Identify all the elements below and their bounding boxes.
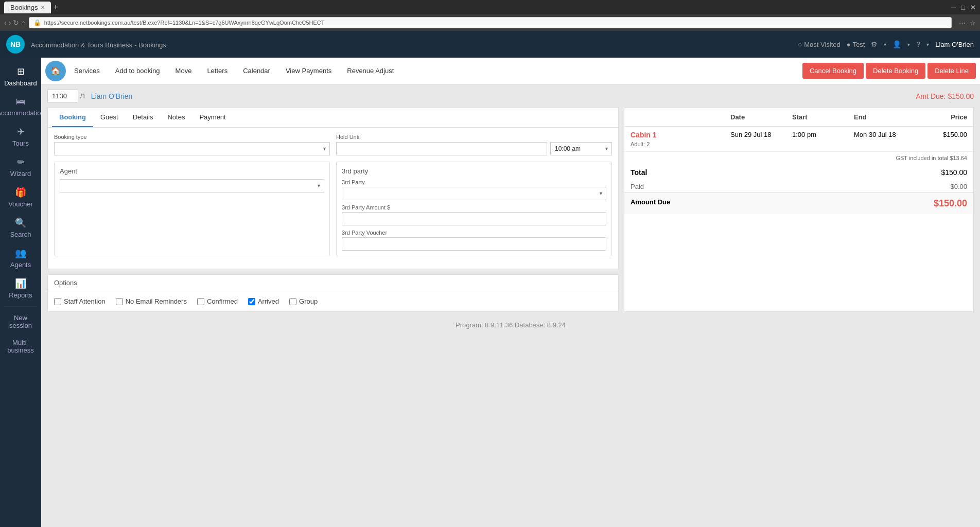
paid-label: Paid — [631, 183, 644, 190]
sidebar-item-search[interactable]: 🔍 Search — [0, 213, 41, 242]
arrived-checkbox[interactable] — [248, 298, 255, 305]
sidebar-divider — [4, 306, 37, 307]
hold-until-row: 10:00 am — [336, 142, 612, 155]
maximize-icon[interactable]: □ — [961, 4, 965, 11]
delete-line-button[interactable]: Delete Line — [927, 63, 976, 79]
menu-icon[interactable]: ⋯ — [959, 19, 966, 27]
sidebar-item-voucher[interactable]: 🎁 Voucher — [0, 183, 41, 212]
tab-details[interactable]: Details — [126, 108, 161, 127]
add-to-booking-button[interactable]: Add to booking — [108, 61, 167, 81]
services-button[interactable]: Services — [67, 61, 107, 81]
tab-label: Bookings — [10, 4, 38, 11]
gst-info: GST included in total $13.64 — [624, 152, 973, 164]
sidebar-item-agents[interactable]: 👥 Agents — [0, 243, 41, 273]
test-label: Test — [853, 41, 865, 48]
forward-button[interactable]: › — [9, 19, 11, 27]
app-logo[interactable]: NB — [6, 35, 25, 54]
accommodation-icon: 🛏 — [16, 96, 25, 107]
group-checkbox[interactable] — [289, 298, 296, 305]
no-email-reminders-checkbox[interactable] — [116, 298, 123, 305]
option-arrived: Arrived — [248, 297, 279, 305]
third-party-amount-input[interactable] — [342, 212, 606, 225]
summary-col-price: Price — [916, 113, 967, 121]
sidebar-item-reports[interactable]: 📊 Reports — [0, 274, 41, 303]
close-icon[interactable]: ✕ — [970, 4, 976, 11]
hold-until-date-input[interactable] — [336, 142, 547, 155]
new-tab-button[interactable]: + — [53, 3, 58, 12]
booking-header: 1130 /1 Liam O'Brien Amt Due: $150.00 — [47, 90, 974, 102]
back-button[interactable]: ‹ — [4, 19, 7, 27]
confirmed-checkbox[interactable] — [197, 298, 204, 305]
most-visited[interactable]: ○ Most Visited — [798, 41, 840, 48]
third-party-voucher-input[interactable] — [342, 237, 606, 251]
booking-card: Booking Guest Details Notes Payment — [47, 108, 619, 269]
staff-attention-label: Staff Attention — [64, 297, 106, 305]
sidebar-item-dashboard[interactable]: ⊞ Dashboard — [0, 62, 41, 91]
sidebar-item-tours[interactable]: ✈ Tours — [0, 122, 41, 151]
home-button[interactable]: ⌂ — [21, 19, 25, 27]
third-party-select-wrap — [342, 187, 606, 200]
options-section: Options Staff Attention No Email Reminde… — [47, 274, 619, 312]
bookings-tab[interactable]: Bookings ✕ — [4, 2, 51, 13]
sidebar-item-new-session[interactable]: New session — [0, 310, 41, 333]
tab-close-icon[interactable]: ✕ — [41, 5, 45, 10]
app: NB Accommodation & Tours Business - Book… — [0, 31, 980, 527]
home-toolbar-button[interactable]: 🏠 — [45, 61, 66, 81]
hold-time-select[interactable]: 10:00 am — [550, 142, 612, 155]
user-button[interactable]: 👤 — [892, 40, 901, 48]
left-panel: Booking Guest Details Notes Payment — [47, 108, 619, 312]
summary-col-end: End — [854, 113, 916, 121]
refresh-button[interactable]: ↻ — [13, 19, 19, 27]
sidebar-label-tours: Tours — [12, 139, 29, 147]
test-item[interactable]: ● Test — [847, 41, 865, 48]
url-bar[interactable]: 🔒 https://secure.netbookings.com.au/test… — [29, 17, 952, 28]
minimize-icon[interactable]: ─ — [951, 4, 956, 11]
app-title: Accommodation & Tours Business - Booking… — [31, 40, 166, 49]
sidebar-item-accommodation[interactable]: 🛏 Accommodation — [0, 92, 41, 121]
agent-select[interactable] — [60, 179, 324, 192]
arrived-label: Arrived — [258, 297, 279, 305]
tab-bar: Bookings ✕ + ─ □ ✕ — [0, 0, 980, 14]
third-party-select[interactable] — [342, 187, 606, 200]
paid-row: Paid $0.00 — [624, 181, 973, 192]
help-button[interactable]: ? — [916, 40, 920, 48]
test-icon: ● — [847, 41, 851, 48]
letters-button[interactable]: Letters — [200, 61, 235, 81]
amount-due-row: Amount Due $150.00 — [624, 192, 973, 214]
most-visited-icon: ○ — [798, 41, 802, 48]
booking-id-input[interactable]: 1130 — [47, 90, 78, 102]
summary-col-start: Start — [792, 113, 854, 121]
header-actions: ○ Most Visited ● Test ⚙ ▾ 👤 ▾ ? ▾ Liam O… — [798, 40, 974, 48]
user-arrow: ▾ — [907, 42, 910, 47]
staff-attention-checkbox[interactable] — [54, 298, 61, 305]
tab-guest[interactable]: Guest — [93, 108, 126, 127]
agent-section: Agent — [54, 162, 330, 256]
tab-notes[interactable]: Notes — [160, 108, 192, 127]
sidebar-item-wizard[interactable]: ✏ Wizard — [0, 152, 41, 182]
amount-due-label: Amount Due — [631, 198, 670, 209]
url-text: https://secure.netbookings.com.au/test/B… — [44, 20, 325, 26]
tab-payment[interactable]: Payment — [192, 108, 233, 127]
sidebar-label-accommodation: Accommodation — [0, 109, 45, 117]
cancel-booking-button[interactable]: Cancel Booking — [802, 63, 864, 79]
move-button[interactable]: Move — [168, 61, 199, 81]
help-arrow: ▾ — [926, 42, 929, 47]
tab-booking[interactable]: Booking — [52, 108, 93, 127]
calendar-button[interactable]: Calendar — [236, 61, 277, 81]
third-party-voucher-group: 3rd Party Voucher — [342, 230, 606, 251]
booking-name-link[interactable]: Liam O'Brien — [91, 92, 132, 100]
paid-value: $0.00 — [950, 183, 967, 190]
delete-booking-button[interactable]: Delete Booking — [866, 63, 925, 79]
view-payments-button[interactable]: View Payments — [278, 61, 339, 81]
cabin-name: Cabin 1 — [631, 131, 730, 139]
booking-slash: /1 — [80, 92, 86, 100]
sidebar-item-multi-business[interactable]: Multi-business — [0, 335, 41, 358]
summary-date-value: Sun 29 Jul 18 — [730, 131, 792, 138]
amt-due-display: Amt Due: $150.00 — [916, 92, 974, 100]
bookmark-icon[interactable]: ☆ — [970, 19, 976, 27]
revenue-adjust-button[interactable]: Revenue Adjust — [340, 61, 401, 81]
agent-title: Agent — [60, 167, 324, 175]
booking-type-select[interactable] — [54, 142, 330, 155]
settings-button[interactable]: ⚙ — [871, 40, 878, 48]
summary-end-value: Mon 30 Jul 18 — [854, 131, 916, 138]
